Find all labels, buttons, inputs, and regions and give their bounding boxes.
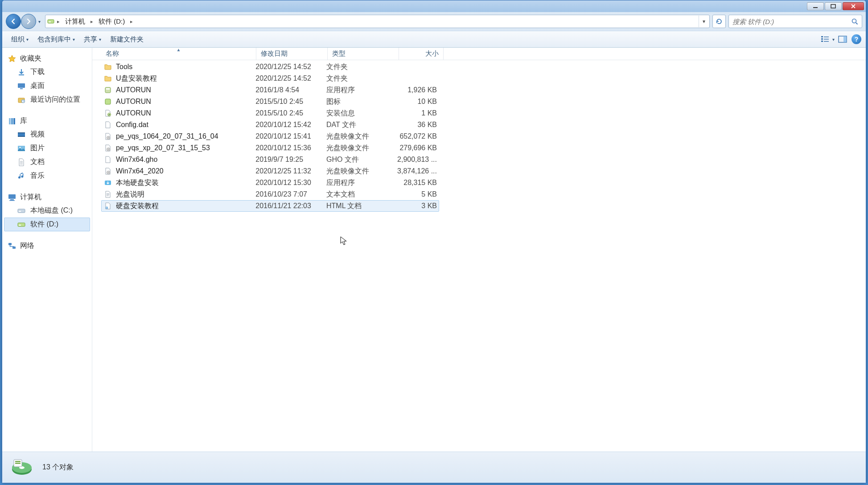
explorer-window: ▾ ▸ 计算机 ▸ 软件 (D:) ▸ ▾ 组织▾ bbox=[2, 0, 866, 483]
breadcrumb-chevron-1[interactable]: ▸ bbox=[89, 19, 95, 25]
status-drive-icon bbox=[10, 456, 33, 479]
svg-rect-51 bbox=[15, 461, 21, 462]
content-area: ▲ 名称 修改日期 类型 大小 Tools2020/12/25 14:52文件夹… bbox=[92, 48, 866, 452]
newfolder-label: 新建文件夹 bbox=[110, 35, 144, 44]
sidebar-item-downloads[interactable]: 下载 bbox=[4, 65, 90, 79]
column-headers: ▲ 名称 修改日期 类型 大小 bbox=[92, 48, 866, 60]
svg-rect-0 bbox=[813, 7, 818, 8]
svg-rect-3 bbox=[49, 21, 51, 22]
column-type[interactable]: 类型 bbox=[328, 48, 399, 60]
refresh-button[interactable] bbox=[712, 15, 726, 28]
file-row[interactable]: 本地硬盘安装2020/10/12 15:30应用程序28,315 KB bbox=[101, 177, 439, 189]
file-name: pe_yqs_xp_20_07_31_15_53 bbox=[116, 144, 210, 152]
back-button[interactable] bbox=[6, 14, 21, 29]
svg-rect-33 bbox=[8, 243, 12, 245]
html-icon bbox=[103, 201, 112, 210]
breadcrumb-root-chevron[interactable]: ▸ bbox=[55, 19, 62, 25]
column-name[interactable]: ▲ 名称 bbox=[101, 48, 256, 60]
preview-pane-button[interactable] bbox=[836, 33, 849, 45]
titlebar bbox=[2, 0, 866, 12]
search-box[interactable] bbox=[728, 15, 862, 28]
sidebar-item-drive-c[interactable]: 本地磁盘 (C:) bbox=[4, 204, 90, 218]
file-row[interactable]: Tools2020/12/25 14:52文件夹 bbox=[101, 61, 439, 73]
file-type: HTML 文档 bbox=[326, 201, 397, 211]
svg-rect-52 bbox=[15, 463, 21, 464]
sidebar-computer-label: 计算机 bbox=[20, 193, 41, 202]
file-row[interactable]: Win7x64.gho2019/9/7 19:25GHO 文件2,900,813… bbox=[101, 154, 439, 165]
svg-rect-20 bbox=[13, 118, 15, 124]
star-icon bbox=[8, 54, 16, 63]
column-size[interactable]: 大小 bbox=[399, 48, 444, 60]
sidebar-network-label: 网络 bbox=[20, 241, 34, 251]
minimize-button[interactable] bbox=[807, 2, 824, 10]
help-button[interactable]: ? bbox=[852, 34, 861, 44]
folder-icon bbox=[103, 62, 112, 71]
ico-icon bbox=[103, 97, 112, 106]
file-type: 光盘映像文件 bbox=[326, 144, 397, 153]
organize-menu[interactable]: 组织▾ bbox=[7, 33, 33, 45]
inf-icon bbox=[103, 109, 112, 118]
sidebar-item-pictures[interactable]: 图片 bbox=[4, 141, 90, 155]
svg-rect-35 bbox=[105, 87, 111, 93]
close-button[interactable] bbox=[843, 2, 864, 10]
sidebar-item-recent[interactable]: 最近访问的位置 bbox=[4, 93, 90, 107]
download-icon bbox=[17, 68, 26, 77]
file-row[interactable]: U盘安装教程2020/12/25 14:52文件夹 bbox=[101, 73, 439, 84]
sidebar-item-recent-label: 最近访问的位置 bbox=[30, 95, 80, 104]
sidebar-computer-head[interactable]: 计算机 bbox=[4, 191, 90, 204]
file-list[interactable]: Tools2020/12/25 14:52文件夹U盘安装教程2020/12/25… bbox=[92, 60, 866, 452]
column-date[interactable]: 修改日期 bbox=[256, 48, 328, 60]
address-dropdown[interactable]: ▾ bbox=[699, 16, 708, 27]
sidebar-libraries-head[interactable]: 库 bbox=[4, 115, 90, 127]
svg-rect-18 bbox=[9, 118, 11, 124]
nav-history-dropdown[interactable]: ▾ bbox=[36, 15, 42, 28]
file-size: 1,926 KB bbox=[397, 86, 437, 94]
sidebar-item-desktop[interactable]: 桌面 bbox=[4, 79, 90, 93]
svg-point-4 bbox=[852, 19, 856, 23]
svg-rect-7 bbox=[821, 41, 823, 42]
file-date: 2020/10/12 15:42 bbox=[255, 121, 326, 129]
file-row[interactable]: pe_yqs_1064_20_07_31_16_042020/10/12 15:… bbox=[101, 131, 439, 142]
file-type: 安装信息 bbox=[326, 109, 397, 118]
include-in-library-menu[interactable]: 包含到库中▾ bbox=[33, 33, 79, 45]
sidebar-item-documents[interactable]: 文档 bbox=[4, 155, 90, 169]
breadcrumb-chevron-2[interactable]: ▸ bbox=[128, 19, 135, 25]
file-icon bbox=[103, 120, 112, 129]
maximize-button[interactable] bbox=[825, 2, 842, 10]
file-date: 2019/9/7 19:25 bbox=[255, 156, 326, 164]
file-row[interactable]: AUTORUN2015/5/10 2:45安装信息1 KB bbox=[101, 107, 439, 119]
mouse-cursor-icon bbox=[340, 236, 347, 246]
file-row[interactable]: 光盘说明2016/10/23 7:07文本文档5 KB bbox=[101, 189, 439, 200]
breadcrumb-drive[interactable]: 软件 (D:) bbox=[95, 16, 128, 27]
address-bar[interactable]: ▸ 计算机 ▸ 软件 (D:) ▸ ▾ bbox=[45, 15, 710, 28]
file-name: U盘安装教程 bbox=[116, 74, 157, 83]
forward-button[interactable] bbox=[21, 14, 36, 29]
sidebar-libraries: 库 视频 图片 文档 音乐 bbox=[4, 115, 90, 183]
navbar: ▾ ▸ 计算机 ▸ 软件 (D:) ▸ ▾ bbox=[2, 12, 866, 31]
search-input[interactable] bbox=[732, 18, 851, 25]
file-row[interactable]: pe_yqs_xp_20_07_31_15_532020/10/12 15:36… bbox=[101, 142, 439, 154]
sidebar-favorites-head[interactable]: 收藏夹 bbox=[4, 52, 90, 65]
file-row[interactable]: Win7x64_20202020/12/25 11:32光盘映像文件3,874,… bbox=[101, 165, 439, 177]
sidebar-item-videos[interactable]: 视频 bbox=[4, 127, 90, 141]
sidebar-item-drive-d[interactable]: 软件 (D:) bbox=[4, 218, 90, 231]
file-name: Config.dat bbox=[116, 121, 148, 129]
sidebar-network-head[interactable]: 网络 bbox=[4, 239, 90, 252]
sidebar-item-music[interactable]: 音乐 bbox=[4, 169, 90, 183]
view-mode-button[interactable]: ▾ bbox=[819, 34, 836, 44]
file-row[interactable]: AUTORUN2015/5/10 2:45图标10 KB bbox=[101, 96, 439, 107]
file-size: 10 KB bbox=[397, 98, 437, 106]
file-type: DAT 文件 bbox=[326, 120, 397, 130]
file-name: 本地硬盘安装 bbox=[116, 178, 159, 188]
new-folder-button[interactable]: 新建文件夹 bbox=[106, 33, 148, 45]
file-row[interactable]: 硬盘安装教程2016/11/21 22:03HTML 文档3 KB bbox=[101, 200, 439, 212]
file-date: 2020/12/25 14:52 bbox=[255, 63, 326, 71]
sidebar-item-drive-c-label: 本地磁盘 (C:) bbox=[30, 206, 73, 215]
file-row[interactable]: AUTORUN2016/1/8 4:54应用程序1,926 KB bbox=[101, 84, 439, 96]
desktop-icon bbox=[17, 82, 26, 90]
breadcrumb-computer[interactable]: 计算机 bbox=[62, 16, 89, 27]
svg-rect-10 bbox=[824, 41, 829, 42]
share-menu[interactable]: 共享▾ bbox=[79, 33, 106, 45]
document-icon bbox=[17, 158, 26, 167]
file-row[interactable]: Config.dat2020/10/12 15:42DAT 文件36 KB bbox=[101, 119, 439, 131]
